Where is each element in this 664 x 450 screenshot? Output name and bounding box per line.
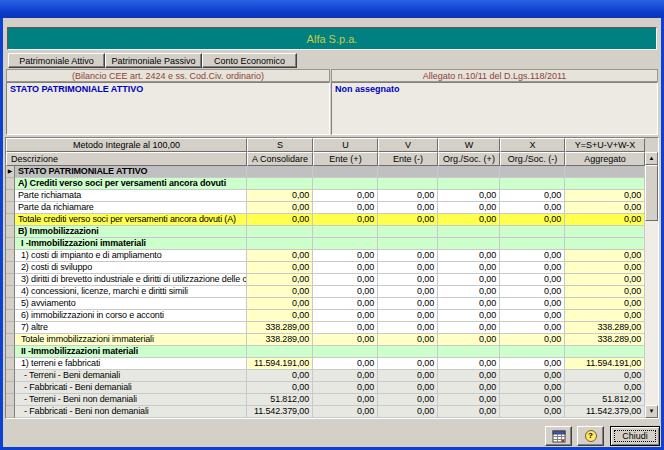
cell-ente-meno[interactable]: 0,00 bbox=[378, 274, 438, 286]
cell-a-consolidare[interactable] bbox=[247, 166, 313, 178]
cell-org-soc-piu[interactable]: 0,00 bbox=[438, 370, 500, 382]
cell-ente-piu[interactable] bbox=[313, 346, 378, 358]
row-marker[interactable] bbox=[6, 274, 15, 286]
cell-org-soc-piu[interactable] bbox=[438, 346, 500, 358]
row-description[interactable]: 3) diritti di brevetto industriale e dir… bbox=[15, 274, 247, 286]
cell-aggregato[interactable]: 0,00 bbox=[565, 214, 645, 226]
cell-ente-meno[interactable]: 0,00 bbox=[378, 202, 438, 214]
cell-a-consolidare[interactable] bbox=[247, 226, 313, 238]
cell-aggregato[interactable]: 0,00 bbox=[565, 274, 645, 286]
cell-org-soc-meno[interactable] bbox=[500, 346, 565, 358]
cell-a-consolidare[interactable]: 0,00 bbox=[247, 262, 313, 274]
cell-ente-piu[interactable]: 0,00 bbox=[313, 334, 378, 346]
row-marker[interactable] bbox=[6, 190, 15, 202]
cell-aggregato[interactable]: 338.289,00 bbox=[565, 334, 645, 346]
cell-org-soc-meno[interactable] bbox=[500, 226, 565, 238]
cell-aggregato[interactable]: 51.812,00 bbox=[565, 394, 645, 406]
row-description[interactable]: A) Crediti verso soci per versamenti anc… bbox=[15, 178, 247, 190]
cell-ente-piu[interactable] bbox=[313, 238, 378, 250]
row-marker[interactable] bbox=[6, 358, 15, 370]
cell-ente-meno[interactable]: 0,00 bbox=[378, 250, 438, 262]
row-description[interactable]: Parte da richiamare bbox=[15, 202, 247, 214]
cell-org-soc-meno[interactable] bbox=[500, 238, 565, 250]
cell-a-consolidare[interactable]: 0,00 bbox=[247, 190, 313, 202]
cell-a-consolidare[interactable]: 0,00 bbox=[247, 286, 313, 298]
cell-ente-meno[interactable]: 0,00 bbox=[378, 310, 438, 322]
cell-org-soc-meno[interactable]: 0,00 bbox=[500, 382, 565, 394]
cell-ente-piu[interactable] bbox=[313, 166, 378, 178]
vertical-scrollbar[interactable]: ▲ ▼ bbox=[645, 152, 658, 418]
scroll-down-icon[interactable]: ▼ bbox=[645, 405, 658, 418]
calculator-button[interactable] bbox=[545, 426, 572, 446]
cell-ente-piu[interactable]: 0,00 bbox=[313, 406, 378, 418]
row-marker[interactable] bbox=[6, 394, 15, 406]
cell-org-soc-meno[interactable]: 0,00 bbox=[500, 214, 565, 226]
row-marker[interactable] bbox=[6, 226, 15, 238]
cell-org-soc-piu[interactable]: 0,00 bbox=[438, 322, 500, 334]
cell-org-soc-meno[interactable]: 0,00 bbox=[500, 406, 565, 418]
cell-org-soc-piu[interactable]: 0,00 bbox=[438, 274, 500, 286]
cell-ente-meno[interactable]: 0,00 bbox=[378, 262, 438, 274]
cell-aggregato[interactable]: 0,00 bbox=[565, 310, 645, 322]
cell-a-consolidare[interactable] bbox=[247, 346, 313, 358]
cell-org-soc-piu[interactable]: 0,00 bbox=[438, 214, 500, 226]
row-marker[interactable] bbox=[6, 262, 15, 274]
row-marker[interactable] bbox=[6, 370, 15, 382]
cell-ente-meno[interactable]: 0,00 bbox=[378, 286, 438, 298]
cell-org-soc-piu[interactable]: 0,00 bbox=[438, 202, 500, 214]
tab-conto-economico[interactable]: Conto Economico bbox=[202, 53, 297, 68]
row-description[interactable]: 6) immobilizzazioni in corso e acconti bbox=[15, 310, 247, 322]
cell-ente-piu[interactable] bbox=[313, 178, 378, 190]
row-description[interactable]: 1) terreni e fabbricati bbox=[15, 358, 247, 370]
row-marker[interactable] bbox=[6, 298, 15, 310]
row-description[interactable]: - Terreni - Beni non demaniali bbox=[15, 394, 247, 406]
cell-org-soc-piu[interactable]: 0,00 bbox=[438, 406, 500, 418]
cell-org-soc-meno[interactable]: 0,00 bbox=[500, 298, 565, 310]
row-description[interactable]: 5) avviamento bbox=[15, 298, 247, 310]
row-description[interactable]: Totale immobilizzazioni immateriali bbox=[15, 334, 247, 346]
cell-aggregato[interactable] bbox=[565, 346, 645, 358]
row-description[interactable]: - Fabbricati - Beni demaniali bbox=[15, 382, 247, 394]
scroll-up-icon[interactable]: ▲ bbox=[645, 152, 658, 165]
cell-ente-piu[interactable]: 0,00 bbox=[313, 274, 378, 286]
row-description[interactable]: 1) costi di impianto e di ampliamento bbox=[15, 250, 247, 262]
cell-aggregato[interactable] bbox=[565, 178, 645, 190]
row-marker[interactable] bbox=[6, 346, 15, 358]
cell-aggregato[interactable] bbox=[565, 226, 645, 238]
scrollbar-thumb[interactable] bbox=[645, 165, 658, 221]
row-description[interactable]: 7) altre bbox=[15, 322, 247, 334]
cell-org-soc-meno[interactable] bbox=[500, 178, 565, 190]
cell-org-soc-piu[interactable] bbox=[438, 238, 500, 250]
cell-org-soc-piu[interactable]: 0,00 bbox=[438, 334, 500, 346]
row-marker[interactable] bbox=[6, 382, 15, 394]
row-marker[interactable] bbox=[6, 238, 15, 250]
cell-aggregato[interactable]: 0,00 bbox=[565, 190, 645, 202]
cell-aggregato[interactable]: 338.289,00 bbox=[565, 322, 645, 334]
cell-org-soc-piu[interactable]: 0,00 bbox=[438, 190, 500, 202]
cell-a-consolidare[interactable]: 0,00 bbox=[247, 274, 313, 286]
cell-org-soc-piu[interactable] bbox=[438, 178, 500, 190]
cell-a-consolidare[interactable]: 338.289,00 bbox=[247, 322, 313, 334]
cell-a-consolidare[interactable] bbox=[247, 178, 313, 190]
cell-aggregato[interactable] bbox=[565, 166, 645, 178]
cell-ente-piu[interactable]: 0,00 bbox=[313, 382, 378, 394]
cell-ente-meno[interactable] bbox=[378, 346, 438, 358]
cell-ente-piu[interactable]: 0,00 bbox=[313, 370, 378, 382]
current-row-marker-icon[interactable]: ▶ bbox=[6, 166, 15, 178]
cell-ente-piu[interactable]: 0,00 bbox=[313, 214, 378, 226]
cell-org-soc-piu[interactable]: 0,00 bbox=[438, 382, 500, 394]
cell-org-soc-meno[interactable]: 0,00 bbox=[500, 202, 565, 214]
cell-aggregato[interactable]: 0,00 bbox=[565, 262, 645, 274]
row-marker[interactable] bbox=[6, 286, 15, 298]
cell-ente-meno[interactable]: 0,00 bbox=[378, 406, 438, 418]
cell-org-soc-meno[interactable]: 0,00 bbox=[500, 310, 565, 322]
cell-a-consolidare[interactable]: 0,00 bbox=[247, 370, 313, 382]
row-description[interactable]: I -Immobilizzazioni immateriali bbox=[15, 238, 247, 250]
row-description[interactable]: II -Immobilizzazioni materiali bbox=[15, 346, 247, 358]
close-button[interactable]: Chiudi bbox=[610, 426, 660, 446]
cell-ente-meno[interactable]: 0,00 bbox=[378, 322, 438, 334]
cell-ente-piu[interactable] bbox=[313, 226, 378, 238]
cell-ente-meno[interactable]: 0,00 bbox=[378, 358, 438, 370]
cell-aggregato[interactable]: 0,00 bbox=[565, 298, 645, 310]
cell-ente-piu[interactable]: 0,00 bbox=[313, 322, 378, 334]
